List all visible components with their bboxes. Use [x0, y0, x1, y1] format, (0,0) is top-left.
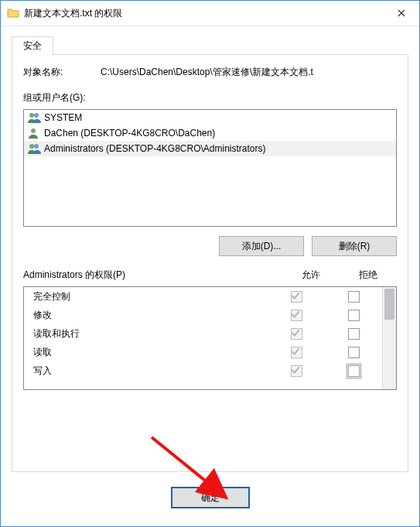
scrollbar-thumb[interactable] — [384, 289, 394, 320]
remove-button[interactable]: 删除(R) — [312, 236, 397, 256]
groups-button-row: 添加(D)... 删除(R) — [23, 236, 397, 256]
permission-name: 读取和执行 — [33, 327, 268, 340]
titlebar: 新建文本文档.txt 的权限 — [1, 1, 419, 26]
list-item-label: DaChen (DESKTOP-4KG8CRO\DaChen) — [44, 128, 215, 139]
list-item-label: Administrators (DESKTOP-4KG8CRO\Administ… — [44, 143, 266, 154]
svg-point-1 — [34, 113, 39, 118]
permission-name: 写入 — [33, 364, 268, 378]
scrollbar[interactable] — [382, 287, 396, 389]
list-item[interactable]: Administrators (DESKTOP-4KG8CRO\Administ… — [24, 141, 396, 156]
user-icon — [27, 127, 43, 139]
object-value: C:\Users\DaChen\Desktop\管家速修\新建文本文档.t — [101, 66, 397, 79]
deny-checkbox[interactable] — [348, 365, 360, 377]
tab-security[interactable]: 安全 — [12, 36, 53, 56]
permission-row: 读取 — [24, 343, 382, 361]
svg-point-3 — [29, 144, 34, 149]
allow-checkbox[interactable] — [291, 291, 302, 303]
users-icon — [27, 142, 43, 155]
allow-checkbox[interactable] — [291, 365, 302, 377]
object-label: 对象名称: — [23, 66, 101, 79]
svg-point-2 — [31, 128, 36, 133]
permissions-listbox: 完全控制修改读取和执行读取写入 — [23, 286, 397, 390]
list-item[interactable]: DaChen (DESKTOP-4KG8CRO\DaChen) — [24, 125, 396, 141]
permissions-dialog: 新建文本文档.txt 的权限 安全 对象名称: C:\Users\DaChen\… — [0, 0, 420, 527]
tab-strip: 安全 — [12, 36, 408, 55]
column-allow: 允许 — [282, 269, 340, 282]
deny-checkbox[interactable] — [348, 328, 360, 340]
users-icon — [27, 111, 43, 124]
folder-icon — [7, 7, 19, 19]
permission-row: 读取和执行 — [24, 324, 382, 343]
add-button[interactable]: 添加(D)... — [219, 236, 304, 256]
footer: 确定 — [12, 480, 408, 515]
permission-row: 写入 — [24, 361, 382, 380]
deny-checkbox[interactable] — [348, 347, 360, 358]
permission-name: 完全控制 — [33, 290, 268, 303]
deny-checkbox[interactable] — [348, 310, 360, 321]
tab-page-security: 对象名称: C:\Users\DaChen\Desktop\管家速修\新建文本文… — [12, 54, 408, 472]
window-title: 新建文本文档.txt 的权限 — [24, 7, 384, 20]
permission-name: 修改 — [33, 309, 268, 322]
allow-checkbox[interactable] — [291, 328, 302, 340]
list-item[interactable]: SYSTEM — [24, 110, 396, 125]
groups-label: 组或用户名(G): — [23, 91, 397, 104]
list-item-label: SYSTEM — [44, 112, 82, 123]
close-button[interactable] — [384, 1, 419, 26]
allow-checkbox[interactable] — [291, 310, 302, 321]
allow-checkbox[interactable] — [291, 347, 302, 358]
ok-button[interactable]: 确定 — [171, 487, 250, 508]
groups-listbox[interactable]: SYSTEMDaChen (DESKTOP-4KG8CRO\DaChen)Adm… — [23, 109, 397, 227]
dialog-body: 安全 对象名称: C:\Users\DaChen\Desktop\管家速修\新建… — [12, 36, 408, 515]
column-deny: 拒绝 — [340, 269, 397, 282]
permissions-header: Administrators 的权限(P) — [23, 269, 282, 282]
object-row: 对象名称: C:\Users\DaChen\Desktop\管家速修\新建文本文… — [23, 66, 397, 79]
permissions-header-row: Administrators 的权限(P) 允许 拒绝 — [23, 269, 397, 282]
deny-checkbox[interactable] — [348, 291, 360, 303]
permission-name: 读取 — [33, 346, 268, 359]
svg-point-4 — [34, 144, 39, 149]
permission-row: 完全控制 — [24, 287, 382, 306]
svg-point-0 — [29, 113, 34, 118]
permission-row: 修改 — [24, 306, 382, 324]
